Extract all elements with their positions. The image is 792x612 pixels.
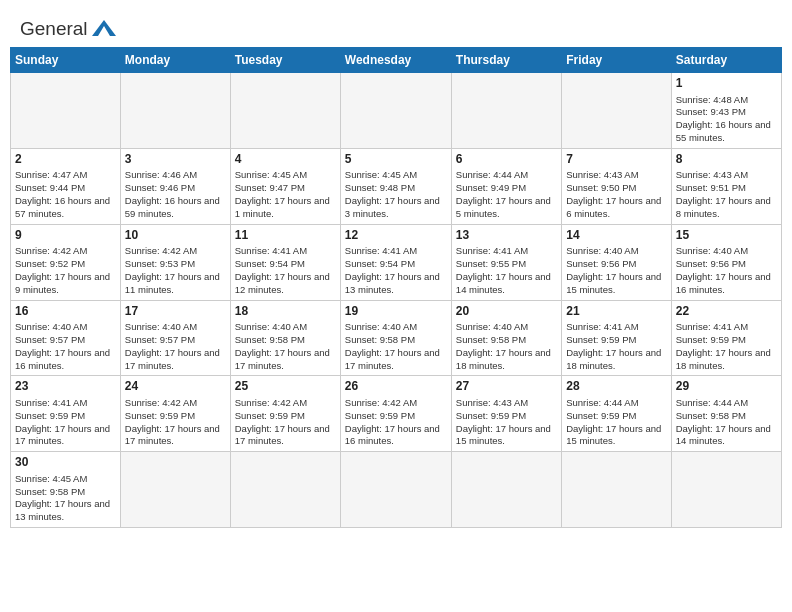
day-info: Sunrise: 4:40 AM Sunset: 9:58 PM Dayligh… [345, 321, 447, 372]
day-info: Sunrise: 4:42 AM Sunset: 9:53 PM Dayligh… [125, 245, 226, 296]
day-info: Sunrise: 4:41 AM Sunset: 9:54 PM Dayligh… [345, 245, 447, 296]
day-number: 8 [676, 152, 777, 168]
calendar-cell: 21Sunrise: 4:41 AM Sunset: 9:59 PM Dayli… [562, 300, 671, 376]
day-number: 10 [125, 228, 226, 244]
day-info: Sunrise: 4:42 AM Sunset: 9:59 PM Dayligh… [125, 397, 226, 448]
day-number: 27 [456, 379, 557, 395]
calendar-cell: 22Sunrise: 4:41 AM Sunset: 9:59 PM Dayli… [671, 300, 781, 376]
calendar-cell [562, 452, 671, 528]
day-info: Sunrise: 4:43 AM Sunset: 9:59 PM Dayligh… [456, 397, 557, 448]
day-number: 4 [235, 152, 336, 168]
day-info: Sunrise: 4:43 AM Sunset: 9:50 PM Dayligh… [566, 169, 666, 220]
day-info: Sunrise: 4:40 AM Sunset: 9:57 PM Dayligh… [15, 321, 116, 372]
day-info: Sunrise: 4:41 AM Sunset: 9:59 PM Dayligh… [566, 321, 666, 372]
calendar-cell: 26Sunrise: 4:42 AM Sunset: 9:59 PM Dayli… [340, 376, 451, 452]
weekday-header-tuesday: Tuesday [230, 48, 340, 73]
day-info: Sunrise: 4:40 AM Sunset: 9:57 PM Dayligh… [125, 321, 226, 372]
day-info: Sunrise: 4:40 AM Sunset: 9:58 PM Dayligh… [456, 321, 557, 372]
calendar-cell: 15Sunrise: 4:40 AM Sunset: 9:56 PM Dayli… [671, 224, 781, 300]
calendar-week-row: 2Sunrise: 4:47 AM Sunset: 9:44 PM Daylig… [11, 148, 782, 224]
weekday-header-thursday: Thursday [451, 48, 561, 73]
calendar-cell: 1Sunrise: 4:48 AM Sunset: 9:43 PM Daylig… [671, 73, 781, 149]
calendar-cell: 13Sunrise: 4:41 AM Sunset: 9:55 PM Dayli… [451, 224, 561, 300]
day-number: 6 [456, 152, 557, 168]
day-info: Sunrise: 4:45 AM Sunset: 9:48 PM Dayligh… [345, 169, 447, 220]
calendar-cell: 6Sunrise: 4:44 AM Sunset: 9:49 PM Daylig… [451, 148, 561, 224]
calendar-cell: 3Sunrise: 4:46 AM Sunset: 9:46 PM Daylig… [120, 148, 230, 224]
calendar-week-row: 1Sunrise: 4:48 AM Sunset: 9:43 PM Daylig… [11, 73, 782, 149]
calendar-week-row: 9Sunrise: 4:42 AM Sunset: 9:52 PM Daylig… [11, 224, 782, 300]
calendar-cell [11, 73, 121, 149]
day-info: Sunrise: 4:42 AM Sunset: 9:52 PM Dayligh… [15, 245, 116, 296]
calendar-cell: 7Sunrise: 4:43 AM Sunset: 9:50 PM Daylig… [562, 148, 671, 224]
weekday-header-monday: Monday [120, 48, 230, 73]
calendar-cell: 23Sunrise: 4:41 AM Sunset: 9:59 PM Dayli… [11, 376, 121, 452]
calendar-cell [451, 73, 561, 149]
page-header: General [10, 10, 782, 41]
day-info: Sunrise: 4:41 AM Sunset: 9:55 PM Dayligh… [456, 245, 557, 296]
day-number: 7 [566, 152, 666, 168]
day-number: 22 [676, 304, 777, 320]
day-number: 19 [345, 304, 447, 320]
calendar-cell: 10Sunrise: 4:42 AM Sunset: 9:53 PM Dayli… [120, 224, 230, 300]
day-info: Sunrise: 4:41 AM Sunset: 9:59 PM Dayligh… [676, 321, 777, 372]
day-number: 15 [676, 228, 777, 244]
day-number: 13 [456, 228, 557, 244]
weekday-header-friday: Friday [562, 48, 671, 73]
day-number: 11 [235, 228, 336, 244]
day-number: 24 [125, 379, 226, 395]
calendar-cell: 8Sunrise: 4:43 AM Sunset: 9:51 PM Daylig… [671, 148, 781, 224]
calendar-cell: 30Sunrise: 4:45 AM Sunset: 9:58 PM Dayli… [11, 452, 121, 528]
day-info: Sunrise: 4:46 AM Sunset: 9:46 PM Dayligh… [125, 169, 226, 220]
weekday-header-sunday: Sunday [11, 48, 121, 73]
day-info: Sunrise: 4:48 AM Sunset: 9:43 PM Dayligh… [676, 94, 777, 145]
calendar-cell: 2Sunrise: 4:47 AM Sunset: 9:44 PM Daylig… [11, 148, 121, 224]
day-number: 21 [566, 304, 666, 320]
calendar-cell [562, 73, 671, 149]
day-number: 25 [235, 379, 336, 395]
day-number: 29 [676, 379, 777, 395]
calendar-cell [230, 452, 340, 528]
calendar-cell [671, 452, 781, 528]
calendar-week-row: 30Sunrise: 4:45 AM Sunset: 9:58 PM Dayli… [11, 452, 782, 528]
calendar-cell: 4Sunrise: 4:45 AM Sunset: 9:47 PM Daylig… [230, 148, 340, 224]
calendar-cell [120, 73, 230, 149]
day-info: Sunrise: 4:44 AM Sunset: 9:59 PM Dayligh… [566, 397, 666, 448]
day-number: 12 [345, 228, 447, 244]
calendar-cell: 18Sunrise: 4:40 AM Sunset: 9:58 PM Dayli… [230, 300, 340, 376]
weekday-header-saturday: Saturday [671, 48, 781, 73]
logo-general: General [20, 18, 88, 40]
logo: General [20, 18, 118, 36]
calendar-cell: 14Sunrise: 4:40 AM Sunset: 9:56 PM Dayli… [562, 224, 671, 300]
day-info: Sunrise: 4:40 AM Sunset: 9:56 PM Dayligh… [566, 245, 666, 296]
calendar-cell [230, 73, 340, 149]
day-info: Sunrise: 4:44 AM Sunset: 9:58 PM Dayligh… [676, 397, 777, 448]
day-info: Sunrise: 4:41 AM Sunset: 9:54 PM Dayligh… [235, 245, 336, 296]
calendar-cell: 12Sunrise: 4:41 AM Sunset: 9:54 PM Dayli… [340, 224, 451, 300]
calendar-cell: 20Sunrise: 4:40 AM Sunset: 9:58 PM Dayli… [451, 300, 561, 376]
day-info: Sunrise: 4:43 AM Sunset: 9:51 PM Dayligh… [676, 169, 777, 220]
calendar-cell [340, 73, 451, 149]
day-number: 16 [15, 304, 116, 320]
calendar-cell: 19Sunrise: 4:40 AM Sunset: 9:58 PM Dayli… [340, 300, 451, 376]
calendar-cell [120, 452, 230, 528]
logo-icon [90, 18, 118, 40]
day-number: 3 [125, 152, 226, 168]
calendar-cell: 16Sunrise: 4:40 AM Sunset: 9:57 PM Dayli… [11, 300, 121, 376]
day-info: Sunrise: 4:41 AM Sunset: 9:59 PM Dayligh… [15, 397, 116, 448]
day-number: 14 [566, 228, 666, 244]
day-number: 30 [15, 455, 116, 471]
calendar-cell [340, 452, 451, 528]
day-info: Sunrise: 4:40 AM Sunset: 9:58 PM Dayligh… [235, 321, 336, 372]
calendar-table: SundayMondayTuesdayWednesdayThursdayFrid… [10, 47, 782, 528]
day-number: 2 [15, 152, 116, 168]
day-number: 26 [345, 379, 447, 395]
calendar-week-row: 16Sunrise: 4:40 AM Sunset: 9:57 PM Dayli… [11, 300, 782, 376]
day-number: 20 [456, 304, 557, 320]
day-number: 9 [15, 228, 116, 244]
calendar-cell: 9Sunrise: 4:42 AM Sunset: 9:52 PM Daylig… [11, 224, 121, 300]
day-info: Sunrise: 4:45 AM Sunset: 9:58 PM Dayligh… [15, 473, 116, 524]
day-number: 23 [15, 379, 116, 395]
day-number: 5 [345, 152, 447, 168]
calendar-cell: 24Sunrise: 4:42 AM Sunset: 9:59 PM Dayli… [120, 376, 230, 452]
